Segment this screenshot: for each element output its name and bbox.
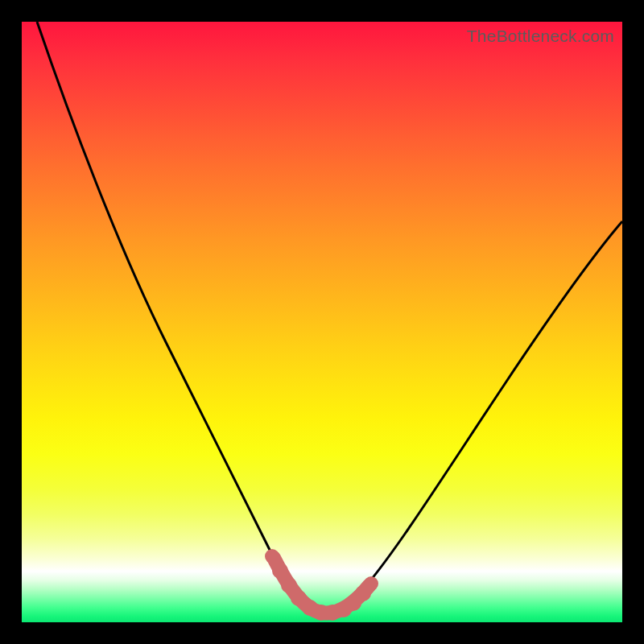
watermark-text: TheBottleneck.com xyxy=(467,27,614,46)
valley-markers xyxy=(265,549,378,621)
plot-area: TheBottleneck.com xyxy=(22,22,622,622)
bottleneck-curve-svg xyxy=(22,22,622,622)
bottleneck-curve xyxy=(37,22,622,614)
chart-frame: TheBottleneck.com xyxy=(0,0,644,644)
